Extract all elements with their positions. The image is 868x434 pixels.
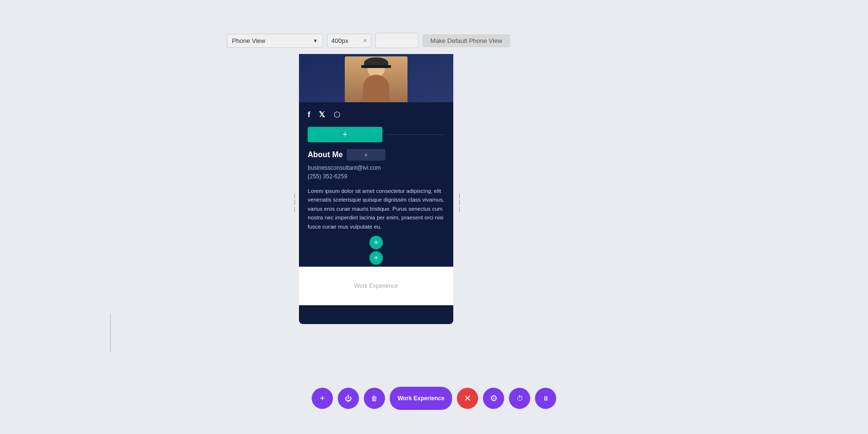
- hat-decoration: [364, 57, 388, 68]
- extra-field: [375, 33, 419, 48]
- left-side-bar: [110, 313, 111, 352]
- clear-width-icon[interactable]: ×: [363, 37, 367, 44]
- add-circle-separator[interactable]: +: [369, 251, 383, 265]
- profile-photo: [345, 56, 407, 102]
- work-experience-label: Work Experience: [354, 283, 398, 289]
- social-icons-row: f 𝕏 ⬡: [299, 102, 453, 124]
- person-image: [345, 56, 407, 102]
- trash-icon: 🗑: [371, 394, 378, 402]
- email-info: businessconsultant@ivi.com: [308, 164, 445, 171]
- floating-toolbar: + ⏻ 🗑 Work Experience ✕ ⚙ ⏱ ⏸: [312, 387, 556, 410]
- phone-info: (255) 352-6259: [308, 173, 445, 180]
- history-icon: ⏱: [516, 394, 523, 402]
- about-header: About Me +: [308, 149, 445, 161]
- toolbar-trash-button[interactable]: 🗑: [364, 388, 385, 409]
- make-default-button[interactable]: Make Default Phone View: [422, 34, 510, 47]
- about-title: About Me: [308, 150, 343, 159]
- profile-photo-area: [299, 54, 453, 102]
- add-circle-button[interactable]: +: [369, 236, 383, 249]
- view-selector[interactable]: Phone View ▼: [227, 34, 323, 48]
- close-icon: ✕: [464, 393, 471, 404]
- top-toolbar: Phone View ▼ × Make Default Phone View: [227, 33, 510, 48]
- divider-line: [385, 135, 445, 135]
- toolbar-section-label: Work Experience: [390, 387, 452, 410]
- about-add-icon: +: [364, 151, 368, 159]
- view-selector-label: Phone View: [232, 37, 265, 44]
- toolbar-settings-button[interactable]: ⚙: [483, 388, 504, 409]
- toolbar-add-button[interactable]: +: [312, 388, 333, 409]
- about-section: About Me + businessconsultant@ivi.com (2…: [299, 142, 453, 231]
- add-icon: +: [320, 393, 325, 404]
- section-name: Work Experience: [397, 395, 444, 402]
- toolbar-power-button[interactable]: ⏻: [338, 388, 359, 409]
- instagram-icon[interactable]: ⬡: [334, 110, 340, 119]
- pause-icon: ⏸: [542, 394, 549, 402]
- about-bio: Lorem ipsum dolor sit amet consectetur a…: [308, 187, 445, 231]
- toolbar-close-button[interactable]: ✕: [457, 388, 478, 409]
- facebook-icon[interactable]: f: [308, 110, 310, 119]
- toolbar-history-button[interactable]: ⏱: [509, 388, 530, 409]
- power-icon: ⏻: [345, 394, 352, 402]
- toolbar-pause-button[interactable]: ⏸: [535, 388, 556, 409]
- work-experience-section: Work Experience: [299, 267, 453, 305]
- gear-icon: ⚙: [490, 393, 498, 404]
- phone-preview-frame: f 𝕏 ⬡ + About Me + businessconsultant@iv…: [299, 54, 453, 324]
- add-button-row: +: [299, 124, 453, 142]
- plus-icon: +: [342, 130, 348, 140]
- add-section-button[interactable]: +: [308, 127, 382, 142]
- chevron-down-icon: ▼: [313, 38, 318, 43]
- left-drag-handle[interactable]: [294, 183, 295, 222]
- about-add-button[interactable]: +: [347, 149, 385, 161]
- right-drag-handle[interactable]: [459, 183, 460, 222]
- width-input[interactable]: [331, 37, 360, 44]
- width-input-wrap: ×: [327, 34, 371, 48]
- twitter-x-icon[interactable]: 𝕏: [319, 110, 325, 119]
